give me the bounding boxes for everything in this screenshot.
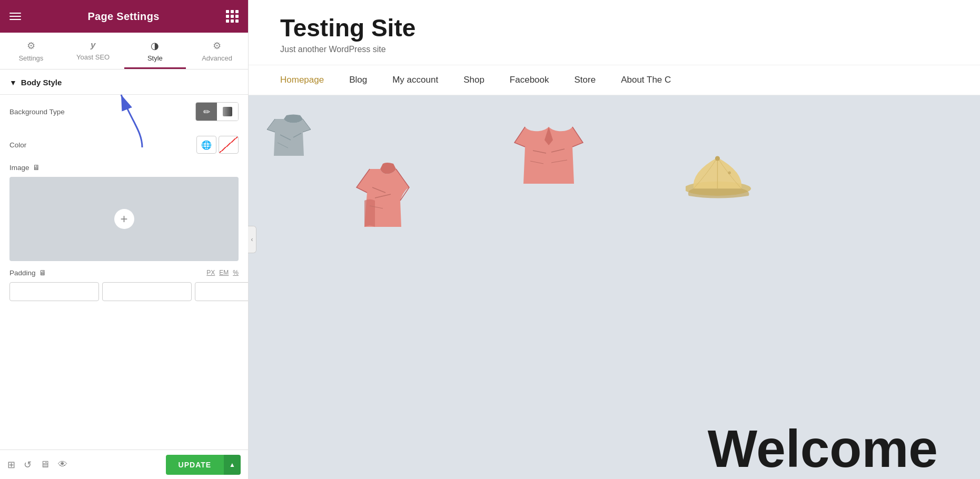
responsive-icon[interactable]: 🖥	[40, 459, 50, 471]
svg-point-12	[715, 156, 720, 161]
color-controls: 🌐	[196, 136, 239, 154]
tab-advanced[interactable]: ⚙ Advanced	[186, 33, 248, 69]
shirt-pink-crumpled-illustration	[354, 158, 422, 232]
tab-settings-label: Settings	[18, 54, 43, 62]
section-arrow-icon: ▼	[9, 78, 17, 87]
history-icon[interactable]: ↺	[24, 459, 32, 471]
nav-item-shop[interactable]: Shop	[463, 75, 484, 85]
flat-icon: ✏	[203, 107, 210, 117]
color-row: Color 🌐	[0, 128, 248, 161]
right-panel: Testing Site Just another WordPress site…	[249, 0, 980, 479]
section-title: Body Style	[21, 78, 62, 87]
nav-item-blog[interactable]: Blog	[349, 75, 367, 85]
unit-px[interactable]: PX	[206, 269, 215, 276]
color-global-btn[interactable]: 🌐	[196, 136, 216, 154]
tab-yoast[interactable]: y Yoast SEO	[62, 33, 124, 69]
color-swatch[interactable]	[219, 136, 239, 154]
tab-settings[interactable]: ⚙ Settings	[0, 33, 62, 69]
eye-icon[interactable]: 👁	[58, 459, 67, 471]
image-section: Image 🖥 +	[0, 161, 248, 268]
style-icon: ◑	[151, 40, 159, 52]
padding-bottom-input[interactable]	[195, 282, 248, 301]
tab-style[interactable]: ◑ Style	[124, 33, 186, 69]
shirt-gray-illustration	[264, 111, 322, 164]
image-label-text: Image	[9, 164, 29, 172]
upload-plus-btn[interactable]: +	[114, 209, 134, 229]
unit-percent[interactable]: %	[233, 269, 239, 276]
hamburger-icon[interactable]	[9, 13, 21, 20]
background-type-label: Background Type	[9, 108, 65, 116]
padding-inputs: 🔗	[9, 282, 239, 301]
nav-item-homepage[interactable]: Homepage	[280, 75, 324, 85]
padding-label: Padding 🖥	[9, 268, 46, 277]
section-header: ▼ Body Style	[0, 69, 248, 94]
nav-item-facebook[interactable]: Facebook	[510, 75, 549, 85]
panel-title: Page Settings	[87, 11, 159, 23]
site-content: Welcome	[249, 95, 980, 479]
padding-top-input[interactable]	[9, 282, 99, 301]
monitor-icon: 🖥	[33, 163, 40, 172]
padding-label-text: Padding	[9, 269, 36, 277]
shirt-pink-vneck-illustration	[512, 116, 586, 190]
nav-bar: Homepage Blog My account Shop Facebook S…	[249, 65, 980, 95]
padding-section: Padding 🖥 PX EM % 🔗	[0, 268, 248, 307]
bg-type-gradient-btn[interactable]	[217, 103, 238, 121]
left-panel: Page Settings ⚙ Settings y Yoast SEO ◑ S…	[0, 0, 249, 479]
gradient-icon	[223, 107, 232, 116]
welcome-text: Welcome	[708, 418, 938, 479]
yoast-icon: y	[91, 40, 95, 51]
unit-buttons: PX EM %	[206, 269, 239, 276]
panel-tabs: ⚙ Settings y Yoast SEO ◑ Style ⚙ Advance…	[0, 33, 248, 69]
update-main-btn[interactable]: UPDATE	[166, 455, 224, 475]
tab-yoast-label: Yoast SEO	[76, 53, 110, 61]
unit-em[interactable]: EM	[219, 269, 229, 276]
nav-item-about[interactable]: About The C	[621, 75, 671, 85]
padding-header: Padding 🖥 PX EM %	[9, 268, 239, 277]
bottom-icons: ⊞ ↺ 🖥 👁	[7, 459, 67, 471]
advanced-icon: ⚙	[213, 40, 221, 52]
cap-yellow-illustration	[686, 148, 754, 201]
site-title: Testing Site	[280, 15, 948, 42]
nav-item-store[interactable]: Store	[575, 75, 596, 85]
background-type-row: Background Type ✏	[0, 95, 248, 128]
padding-monitor-icon: 🖥	[39, 268, 46, 277]
nav-item-myaccount[interactable]: My account	[392, 75, 438, 85]
panel-header: Page Settings	[0, 0, 248, 33]
panel-content: ▼ Body Style Background Type ✏ Color 🌐	[0, 69, 248, 450]
image-upload-area[interactable]: +	[9, 177, 239, 261]
collapse-panel-btn[interactable]: ‹	[248, 226, 256, 253]
settings-icon: ⚙	[27, 40, 35, 52]
background-type-toggle[interactable]: ✏	[195, 102, 239, 121]
bg-type-flat-btn[interactable]: ✏	[196, 103, 217, 121]
image-label: Image 🖥	[9, 163, 239, 172]
panel-bottom: ⊞ ↺ 🖥 👁 UPDATE ▲	[0, 450, 248, 479]
tab-advanced-label: Advanced	[202, 54, 232, 62]
site-tagline: Just another WordPress site	[280, 45, 948, 54]
update-dropdown-btn[interactable]: ▲	[224, 455, 241, 475]
svg-point-13	[728, 171, 730, 174]
layers-icon[interactable]: ⊞	[7, 459, 15, 471]
site-header: Testing Site Just another WordPress site	[249, 0, 980, 65]
update-button-group: UPDATE ▲	[166, 455, 241, 475]
tab-style-label: Style	[147, 54, 163, 62]
grid-icon[interactable]	[226, 10, 239, 23]
color-label: Color	[9, 141, 26, 149]
hero-area: Welcome	[249, 95, 980, 479]
padding-right-input[interactable]	[102, 282, 192, 301]
